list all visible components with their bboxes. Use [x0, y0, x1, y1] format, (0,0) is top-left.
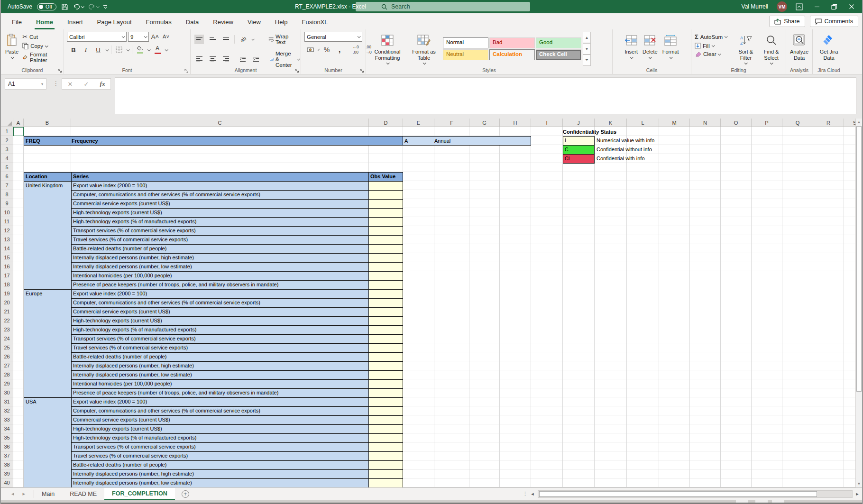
- obs-value-cell[interactable]: [369, 236, 403, 244]
- series-cell[interactable]: Internally displaced persons (number, hi…: [72, 362, 369, 370]
- location-cell[interactable]: Europe: [24, 290, 72, 398]
- obs-value-cell[interactable]: [369, 452, 403, 460]
- column-header-Q[interactable]: Q: [782, 119, 813, 127]
- increase-decimal-icon[interactable]: ←0.00: [351, 45, 360, 55]
- alignment-dialog-launcher[interactable]: [295, 69, 299, 73]
- number-dialog-launcher[interactable]: [360, 69, 364, 73]
- gallery-more-icon[interactable]: ⏷: [583, 55, 591, 66]
- row-header-33[interactable]: 33: [1, 415, 13, 424]
- column-header-D[interactable]: D: [369, 119, 403, 127]
- obs-value-cell[interactable]: [369, 353, 403, 361]
- ribbon-tab-help[interactable]: Help: [268, 15, 295, 29]
- obs-value-cell[interactable]: [369, 362, 403, 370]
- ribbon-tab-home[interactable]: Home: [29, 15, 60, 29]
- row-header-26[interactable]: 26: [1, 352, 13, 361]
- series-cell[interactable]: Computer, communications and other servi…: [72, 299, 369, 307]
- freq-name-cell[interactable]: Frequency: [72, 138, 98, 144]
- row-header-22[interactable]: 22: [1, 316, 13, 325]
- row-header-15[interactable]: 15: [1, 253, 13, 262]
- sort-filter-button[interactable]: AZ Sort & Filter: [733, 31, 759, 66]
- obs-value-cell[interactable]: [369, 389, 403, 397]
- row-header-37[interactable]: 37: [1, 451, 13, 460]
- row-header-19[interactable]: 19: [1, 289, 13, 298]
- series-cell[interactable]: Battle-related deaths (number of people): [72, 461, 369, 469]
- series-cell[interactable]: Internally displaced persons (number, hi…: [72, 470, 369, 478]
- underline-menu-chevron[interactable]: [106, 48, 109, 51]
- cancel-icon[interactable]: ✕: [68, 81, 73, 88]
- obs-value-header[interactable]: Obs Value: [369, 173, 403, 181]
- obs-value-cell[interactable]: [369, 308, 403, 316]
- row-header-31[interactable]: 31: [1, 397, 13, 406]
- row-header-39[interactable]: 39: [1, 469, 13, 478]
- obs-value-cell[interactable]: [369, 434, 403, 442]
- font-dialog-launcher[interactable]: [184, 69, 189, 73]
- font-color-menu-chevron[interactable]: [165, 48, 168, 51]
- freq-row[interactable]: FREQ Frequency: [24, 136, 403, 146]
- comments-button[interactable]: Comments: [810, 16, 858, 27]
- obs-value-cell[interactable]: [369, 407, 403, 415]
- obs-value-cell[interactable]: [369, 470, 403, 478]
- merge-center-button[interactable]: Merge & Center: [268, 50, 301, 69]
- series-cell[interactable]: Export value index (2000 = 100): [72, 398, 369, 406]
- row-header-35[interactable]: 35: [1, 433, 13, 442]
- series-cell[interactable]: Commercial service exports (current US$): [72, 416, 369, 424]
- column-header-I[interactable]: I: [531, 119, 563, 127]
- clipboard-dialog-launcher[interactable]: [58, 69, 62, 73]
- series-cell[interactable]: Intentional homicides (per 100,000 peopl…: [72, 380, 369, 388]
- style-calculation[interactable]: Calculation: [489, 49, 535, 60]
- column-header-P[interactable]: P: [752, 119, 782, 127]
- close-icon[interactable]: [843, 0, 860, 13]
- row-header-13[interactable]: 13: [1, 235, 13, 244]
- align-center-icon[interactable]: [208, 55, 217, 64]
- add-sheet-icon[interactable]: +: [182, 490, 189, 498]
- row-header-21[interactable]: 21: [1, 307, 13, 316]
- series-cell[interactable]: Intentional homicides (per 100,000 peopl…: [72, 272, 369, 280]
- orientation-icon[interactable]: ab: [237, 33, 250, 46]
- row-header-34[interactable]: 34: [1, 424, 13, 433]
- row-header-3[interactable]: 3: [1, 145, 13, 154]
- freq-value-row[interactable]: A Annual: [403, 136, 531, 146]
- decrease-font-icon[interactable]: A˅: [161, 32, 171, 41]
- obs-value-cell[interactable]: [369, 326, 403, 334]
- sheet-tab-read-me[interactable]: READ ME: [62, 488, 104, 500]
- ribbon-tab-page-layout[interactable]: Page Layout: [90, 15, 139, 29]
- series-cell[interactable]: High-technology exports (% of manufactur…: [72, 326, 369, 334]
- obs-value-cell[interactable]: [369, 218, 403, 226]
- increase-indent-icon[interactable]: [251, 55, 261, 64]
- obs-value-cell[interactable]: [369, 272, 403, 280]
- series-cell[interactable]: Internally displaced persons (number, lo…: [72, 263, 369, 271]
- sheet-tab-main[interactable]: Main: [34, 488, 62, 500]
- wrap-text-button[interactable]: Wrap Text: [267, 33, 297, 46]
- obs-value-cell[interactable]: [369, 227, 403, 235]
- fill-button[interactable]: Fill: [693, 42, 733, 50]
- series-header[interactable]: Series: [72, 173, 369, 181]
- hscroll-left-icon[interactable]: ◄: [529, 490, 536, 498]
- select-all-corner[interactable]: [1, 119, 13, 127]
- ribbon-display-options-icon[interactable]: [790, 0, 808, 13]
- obs-value-cell[interactable]: [369, 425, 403, 433]
- row-header-6[interactable]: 6: [1, 172, 13, 181]
- column-header-G[interactable]: G: [469, 119, 500, 127]
- series-cell[interactable]: Travel services (% of commercial service…: [72, 452, 369, 460]
- vertical-scroll-thumb[interactable]: [856, 126, 862, 392]
- obs-value-cell[interactable]: [369, 209, 403, 217]
- column-header-K[interactable]: K: [595, 119, 627, 127]
- decrease-indent-icon[interactable]: [238, 55, 248, 64]
- horizontal-scroll-thumb[interactable]: [539, 491, 817, 497]
- obs-value-cell[interactable]: [369, 299, 403, 307]
- obs-value-cell[interactable]: [369, 263, 403, 271]
- orientation-menu-chevron[interactable]: [251, 37, 255, 41]
- find-select-button[interactable]: Find & Select: [759, 31, 784, 66]
- series-cell[interactable]: High-technology exports (% of manufactur…: [72, 434, 369, 442]
- hscroll-right-icon[interactable]: ►: [854, 490, 861, 498]
- conditional-formatting-button[interactable]: Conditional Formatting: [368, 31, 407, 66]
- row-header-24[interactable]: 24: [1, 334, 13, 343]
- location-cell[interactable]: USA: [24, 398, 72, 487]
- insert-cells-button[interactable]: Insert: [622, 31, 640, 66]
- ribbon-tab-file[interactable]: File: [5, 15, 29, 29]
- column-header-J[interactable]: J: [563, 119, 595, 127]
- column-header-F[interactable]: F: [434, 119, 469, 127]
- obs-value-cell[interactable]: [369, 443, 403, 451]
- comma-icon[interactable]: ,: [335, 45, 344, 55]
- accounting-menu-chevron[interactable]: [318, 48, 320, 50]
